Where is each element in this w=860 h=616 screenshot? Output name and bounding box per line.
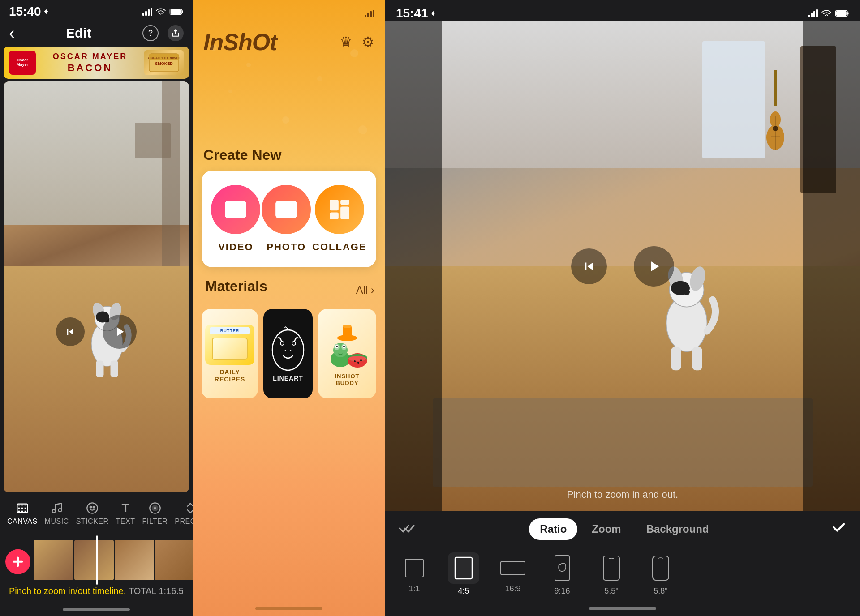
collage-label: COLLAGE <box>312 241 367 253</box>
confirm-check-icon <box>830 519 847 535</box>
canvas-svg <box>16 502 29 514</box>
crop-video-bg: Pinch to zoom in and out. <box>385 21 860 511</box>
svg-rect-58 <box>774 70 777 106</box>
crop-play-button[interactable] <box>634 246 674 287</box>
hbar4 <box>373 10 374 17</box>
svg-rect-73 <box>555 556 569 581</box>
svg-rect-27 <box>228 204 244 205</box>
svg-point-52 <box>354 360 356 362</box>
ratio-option-1-1[interactable]: 1:1 <box>394 555 434 594</box>
toolbar-filter[interactable]: FILTER <box>138 499 171 527</box>
svg-rect-71 <box>455 557 472 579</box>
svg-point-23 <box>154 507 156 509</box>
crop-location-icon <box>430 10 436 17</box>
ratio-option-5-8[interactable]: 5.8" <box>641 552 681 596</box>
bar2 <box>145 11 147 16</box>
material-daily-recipes[interactable]: BUTTER DAILY RECIPES <box>202 309 258 398</box>
signal-bars-home <box>365 10 374 17</box>
status-time-edit: 15:40 <box>9 4 49 19</box>
help-button[interactable]: ? <box>142 25 159 41</box>
ratio-icon-container-9-16 <box>549 552 576 584</box>
ratio-tab-active[interactable]: Ratio <box>529 518 577 540</box>
ratio-icon-container-4-5 <box>448 552 479 584</box>
back-button[interactable]: ‹ <box>9 24 15 43</box>
create-photo[interactable]: PHOTO <box>262 185 311 253</box>
butter-label-band: BUTTER <box>210 327 250 334</box>
play-controls <box>56 315 137 349</box>
ratio-label-16-9: 16:9 <box>505 584 520 594</box>
collage-circle <box>315 185 364 234</box>
timeline-marker <box>96 535 98 585</box>
butter-visual: BUTTER <box>205 325 254 365</box>
svg-point-54 <box>360 359 362 361</box>
butter-block <box>212 338 248 360</box>
svg-rect-13 <box>96 360 104 377</box>
status-icons-edit <box>142 8 184 16</box>
ratio-option-9-16[interactable]: 9:16 <box>542 552 582 596</box>
materials-all-button[interactable]: All › <box>356 284 374 296</box>
toolbar-sticker[interactable]: STICKER <box>73 499 112 527</box>
create-collage[interactable]: COLLAGE <box>312 185 367 253</box>
play-button[interactable] <box>103 315 137 349</box>
zoom-tab[interactable]: Zoom <box>581 518 632 540</box>
canvas-label: CANVAS <box>7 518 38 526</box>
ratio-option-4-5[interactable]: 4:5 <box>443 552 484 596</box>
confirm-button[interactable] <box>830 519 847 539</box>
add-media-button[interactable] <box>5 549 30 574</box>
room-ceiling <box>385 21 860 168</box>
ad-banner[interactable]: OscarMayer OSCAR MAYER BACON NATURALLY H… <box>4 47 189 79</box>
toolbar-canvas[interactable]: CANVAS <box>4 499 41 527</box>
home-indicator-home <box>193 607 385 610</box>
materials-grid: BUTTER DAILY RECIPES LINE <box>202 309 376 398</box>
photo-icon <box>275 198 298 221</box>
crop-rewind-button[interactable] <box>571 248 607 284</box>
video-label: VIDEO <box>218 241 253 253</box>
svg-text:NATURALLY HARDWOOD: NATURALLY HARDWOOD <box>148 56 180 60</box>
material-inshot-buddy[interactable]: INSHOT BUDDY <box>318 309 376 398</box>
svg-point-19 <box>90 506 92 508</box>
signal-bars-crop <box>808 9 818 17</box>
home-indicator-edit <box>0 603 193 616</box>
rewind-button[interactable] <box>56 317 85 346</box>
ratio-option-5-5[interactable]: 5.5" <box>591 552 632 596</box>
logo-ot: Ot <box>252 29 277 55</box>
home-panel: InShOt ♛ ⚙ Create New VIDEO <box>193 0 385 616</box>
hbar1 <box>365 15 366 17</box>
lineart-label: LINEART <box>273 375 303 382</box>
settings-button[interactable]: ⚙ <box>361 34 374 51</box>
svg-rect-34 <box>330 213 339 219</box>
cbar3 <box>813 11 815 17</box>
create-video[interactable]: VIDEO <box>211 185 260 253</box>
crop-rewind-icon <box>581 259 597 274</box>
toolbar-music[interactable]: MUSIC <box>41 499 73 527</box>
svg-rect-1 <box>171 9 181 14</box>
status-bar-home <box>193 0 385 21</box>
inshot-header: InShOt ♛ ⚙ <box>193 21 385 66</box>
photo-circle <box>262 185 311 234</box>
crown-button[interactable]: ♛ <box>340 34 353 51</box>
ratio-option-16-9[interactable]: 16:9 <box>493 555 533 594</box>
ratio-label-5-5: 5.5" <box>604 586 618 596</box>
battery-icon-crop <box>835 10 849 17</box>
svg-point-51 <box>348 356 366 361</box>
svg-point-16 <box>52 510 55 513</box>
svg-rect-68 <box>671 346 681 370</box>
lineart-face-svg <box>268 325 308 375</box>
oscar-logo-text: OscarMayer <box>17 58 28 67</box>
timeline-strip[interactable] <box>34 540 193 580</box>
ratio-icon-16-9 <box>500 560 526 576</box>
ratio-icon-5-5 <box>602 555 620 581</box>
svg-point-35 <box>272 330 304 370</box>
share-button[interactable] <box>168 25 184 41</box>
collage-icon <box>328 198 351 221</box>
background-tab[interactable]: Background <box>636 518 720 540</box>
double-check-button[interactable] <box>399 520 418 539</box>
svg-point-67 <box>684 289 690 295</box>
total-label-text: TOTAL <box>129 586 156 596</box>
svg-point-53 <box>357 362 359 364</box>
ratio-icon-1-1 <box>403 557 426 579</box>
material-lineart[interactable]: LINEART <box>263 309 313 398</box>
toolbar-text[interactable]: T TEXT <box>112 499 139 527</box>
hbar3 <box>370 11 372 17</box>
total-time-text: 1:16.5 <box>159 586 184 596</box>
